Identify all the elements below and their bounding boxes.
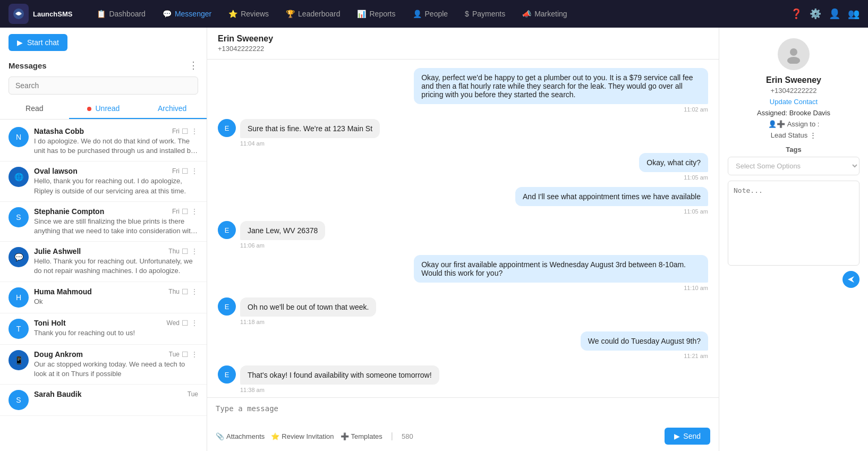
chat-time: Fri (172, 127, 180, 135)
message-avatar: E (218, 119, 236, 137)
chat-list: N Natasha Cobb Fri ☐ ⋮ I do apologize. W… (0, 122, 207, 451)
message-group: We could do Tuesday August 9th? 11:21 am (218, 331, 708, 359)
tab-archived[interactable]: Archived (138, 99, 207, 119)
message-time: 11:02 am (414, 106, 708, 113)
chat-item-doug[interactable]: 📱 Doug Ankrom Tue ☐ ⋮ Our ac stopped wor… (0, 345, 207, 385)
nav-item-messenger[interactable]: 💬 Messenger (155, 6, 219, 21)
assigned-row: Assigned: Brooke Davis (728, 109, 860, 117)
attachments-button[interactable]: 📎 Attachments (216, 432, 265, 440)
lead-status-menu-icon[interactable]: ⋮ (810, 131, 816, 139)
start-chat-icon: ▶ (17, 38, 23, 47)
message-bubble: That's okay! I found availability with s… (240, 365, 439, 385)
help-icon[interactable]: ❓ (790, 8, 802, 20)
reports-icon: 📊 (357, 10, 366, 18)
message-bubble: Okay our first available appointment is … (414, 255, 708, 283)
chat-more-icon[interactable]: ⋮ (191, 167, 198, 175)
start-chat-button[interactable]: ▶ Start chat (8, 34, 67, 51)
chat-top: Julie Ashwell Thu ☐ ⋮ (34, 247, 198, 256)
tab-read[interactable]: Read (0, 99, 69, 119)
nav-item-dashboard[interactable]: 📋 Dashboard (89, 6, 153, 21)
settings-icon[interactable]: ⚙️ (810, 8, 821, 20)
chat-header-name: Erin Sweeney (218, 34, 708, 44)
chat-content: Sarah Baudik Tue (34, 390, 198, 399)
chat-name: Sarah Baudik (34, 390, 81, 398)
chat-more-icon[interactable]: ⋮ (191, 319, 198, 327)
chat-time: Wed (167, 319, 180, 327)
review-icon: ⭐ (271, 432, 279, 440)
chat-header: Erin Sweeney +13042222222 (207, 28, 719, 59)
note-send-area (728, 271, 860, 288)
contact-phone: +13042222222 (728, 87, 860, 95)
chat-actions-icon[interactable]: ☐ (182, 287, 189, 296)
nav-item-marketing[interactable]: 📣 Marketing (515, 6, 574, 21)
chat-actions-icon[interactable]: ☐ (182, 167, 189, 175)
chat-more-icon[interactable]: ⋮ (191, 207, 198, 216)
chat-top: Doug Ankrom Tue ☐ ⋮ (34, 350, 198, 359)
assign-to-button[interactable]: 👤➕ Assign to : (728, 120, 860, 128)
chat-content: Natasha Cobb Fri ☐ ⋮ I do apologize. We … (34, 127, 198, 156)
tags-select[interactable]: Select Some Options (728, 157, 860, 175)
chat-more-icon[interactable]: ⋮ (191, 287, 198, 296)
message-bubble: Okay, perfect we'd be happy to get a plu… (414, 68, 708, 104)
search-input[interactable] (8, 76, 198, 95)
user-icon[interactable]: 👤 (829, 8, 840, 20)
chat-item-toni[interactable]: T Toni Holt Wed ☐ ⋮ Thank you for reachi… (0, 313, 207, 345)
chat-actions-icon[interactable]: ☐ (182, 207, 189, 216)
chat-item-stephanie[interactable]: S Stephanie Compton Fri ☐ ⋮ Since we are… (0, 202, 207, 242)
message-input[interactable] (216, 404, 710, 421)
message-time: 11:05 am (639, 174, 708, 181)
nav-item-reviews[interactable]: ⭐ Reviews (221, 6, 276, 21)
chat-preview: Ok (34, 297, 198, 307)
chat-item-sarah[interactable]: S Sarah Baudik Tue (0, 385, 207, 416)
message-time: 11:18 am (240, 319, 376, 325)
messages-menu-icon[interactable]: ⋮ (189, 59, 198, 71)
note-send-button[interactable] (843, 271, 860, 288)
chat-messages: Okay, perfect we'd be happy to get a plu… (207, 59, 719, 397)
chat-top: Sarah Baudik Tue (34, 390, 198, 398)
message-bubble: Oh no we'll be out of town that week. (240, 297, 376, 317)
message-bubble: And I'll see what appointment times we h… (515, 187, 708, 206)
send-button[interactable]: ▶ Send (665, 428, 710, 445)
chat-name: Julie Ashwell (34, 247, 81, 256)
chat-item-natasha[interactable]: N Natasha Cobb Fri ☐ ⋮ I do apologize. W… (0, 122, 207, 161)
review-invitation-button[interactable]: ⭐ Review Invitation (271, 432, 334, 440)
note-textarea[interactable] (728, 181, 860, 266)
tab-unread[interactable]: Unread (69, 99, 138, 119)
chat-actions-icon[interactable]: ☐ (182, 319, 189, 327)
chat-top: Toni Holt Wed ☐ ⋮ (34, 319, 198, 327)
update-contact-button[interactable]: Update Contact (728, 98, 860, 106)
nav-item-payments[interactable]: $ Payments (457, 6, 513, 21)
chat-item-oval[interactable]: 🌐 Oval lawson Fri ☐ ⋮ Hello, thank you f… (0, 161, 207, 201)
chat-time: Thu (168, 288, 180, 295)
nav-item-leaderboard[interactable]: 🏆 Leaderboard (278, 6, 347, 21)
chat-item-huma[interactable]: H Huma Mahmoud Thu ☐ ⋮ Ok (0, 282, 207, 313)
templates-button[interactable]: ➕ Templates (341, 432, 382, 440)
chat-actions-icon[interactable]: ☐ (182, 350, 189, 359)
chat-top: Huma Mahmoud Thu ☐ ⋮ (34, 287, 198, 296)
chat-top: Oval lawson Fri ☐ ⋮ (34, 167, 198, 175)
message-avatar: E (218, 297, 236, 316)
chat-actions-icon[interactable]: ☐ (182, 127, 189, 135)
avatar: N (8, 127, 29, 147)
svg-point-2 (790, 48, 797, 56)
people-icon: 👤 (413, 10, 422, 18)
chat-more-icon[interactable]: ⋮ (191, 127, 198, 135)
message-avatar: E (218, 365, 236, 384)
avatar: H (8, 287, 29, 308)
avatar: 💬 (8, 247, 29, 267)
chat-content: Julie Ashwell Thu ☐ ⋮ Hello. Thank you f… (34, 247, 198, 276)
chat-actions-icon[interactable]: ☐ (182, 247, 189, 256)
nav-item-reports[interactable]: 📊 Reports (350, 6, 403, 21)
chat-more-icon[interactable]: ⋮ (191, 350, 198, 359)
contact-avatar-large (778, 38, 810, 70)
dashboard-icon: 📋 (97, 10, 106, 18)
users-icon[interactable]: 👥 (848, 8, 860, 20)
tags-label: Tags (728, 146, 860, 154)
chat-content: Stephanie Compton Fri ☐ ⋮ Since we are s… (34, 207, 198, 236)
chat-more-icon[interactable]: ⋮ (191, 247, 198, 256)
messenger-icon: 💬 (163, 10, 172, 18)
chat-header-phone: +13042222222 (218, 45, 708, 53)
chat-content: Oval lawson Fri ☐ ⋮ Hello, thank you for… (34, 167, 198, 195)
chat-item-julie[interactable]: 💬 Julie Ashwell Thu ☐ ⋮ Hello. Thank you… (0, 242, 207, 282)
nav-item-people[interactable]: 👤 People (405, 6, 456, 21)
